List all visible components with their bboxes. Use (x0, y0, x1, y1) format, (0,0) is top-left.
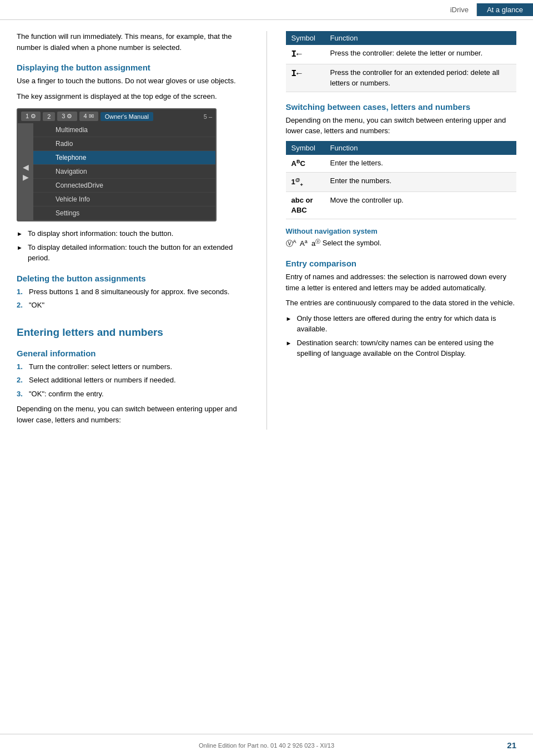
screen-wrapper: ◀ ▶ Multimedia Radio Telephone Navigatio… (18, 123, 215, 220)
screen-tab-manual: Owner's Manual (100, 112, 153, 121)
table2-row3-function: Move the controller up. (325, 191, 517, 219)
menu-item-navigation: Navigation (33, 165, 215, 179)
abc-symbol-abc: abc or ABC (291, 196, 313, 214)
screen-tab-num: 5 – (204, 113, 212, 120)
table2-row2-symbol: 1@+ (286, 173, 325, 192)
delete-step2: 2. "OK" (17, 300, 248, 311)
screen-tab4: 4 ✉ (79, 112, 98, 121)
entry-bullet1: ► Only those letters are offered during … (286, 313, 517, 335)
header-ataglance-label: At a glance (477, 3, 533, 16)
delete-symbol-2: I← (291, 69, 302, 79)
entry-bullet-arrow2-icon: ► (286, 339, 294, 359)
bullet-short-info: ► To display short information: touch th… (17, 228, 248, 239)
menu-item-radio: Radio (33, 137, 215, 151)
gen-step2: 2. Select additional letters or numbers … (17, 375, 248, 386)
screen-side-arrows: ◀ ▶ (18, 123, 33, 220)
entry-bullet-arrow1-icon: ► (286, 314, 294, 335)
section-displaying-p1: Use a finger to touch the buttons. Do no… (17, 75, 248, 87)
delete-step2-text: "OK" (29, 300, 44, 311)
section-general-heading: General information (17, 349, 248, 358)
table-row: abc or ABC Move the controller up. (286, 191, 517, 219)
table1-col1-header: Symbol (286, 31, 325, 45)
bullet-arrow-icon: ► (17, 229, 24, 239)
gen-step3: 3. "OK": confirm the entry. (17, 389, 248, 400)
arrow-up-icon: ◀ (23, 163, 29, 171)
delete-step1-text: Press buttons 1 and 8 simultaneously for… (29, 286, 229, 298)
section-displaying-heading: Displaying the button assignment (17, 63, 248, 72)
gen-step1: 1. Turn the controller: select letters o… (17, 361, 248, 372)
table2-row3-symbol: abc or ABC (286, 191, 325, 219)
table2-col2-header: Function (325, 141, 517, 155)
gen-para: Depending on the menu, you can switch be… (17, 404, 248, 425)
table1-row2-symbol: I← (286, 64, 325, 92)
abc-symbol-letters: ABC (291, 159, 305, 168)
table-row: I← Press the controller for an extended … (286, 64, 517, 92)
screen-menu: Multimedia Radio Telephone Navigation Co… (33, 123, 215, 220)
delete-steps: 1. Press buttons 1 and 8 simultaneously … (17, 286, 248, 311)
page-number: 21 (507, 740, 516, 750)
screen-tab2: 2 (43, 112, 55, 121)
table1-row1-function: Press the controller: delete the letter … (325, 45, 517, 64)
symbol-table-2: Symbol Function ABC Enter the letters. 1… (286, 141, 517, 219)
gen-step1-text: Turn the controller: select letters or n… (29, 361, 172, 372)
gen-step3-text: "OK": confirm the entry. (29, 389, 104, 400)
screen-tab1: 1 ⚙ (21, 112, 41, 121)
menu-item-vehicleinfo: Vehicle Info (33, 193, 215, 206)
entry-comparison-p2: The entries are continuously compared to… (286, 298, 517, 309)
bullet-detailed-info-text: To display detailed information: touch t… (28, 242, 248, 264)
section-without-nav-para: ⓋA Aa aⓋ Select the symbol. (286, 238, 517, 249)
section-entry-comparison-heading: Entry comparison (286, 259, 517, 268)
table-row: ABC Enter the letters. (286, 155, 517, 173)
menu-item-settings: Settings (33, 206, 215, 220)
menu-item-telephone: Telephone (33, 151, 215, 165)
table2-row2-function: Enter the numbers. (325, 173, 517, 192)
table2-col1-header: Symbol (286, 141, 325, 155)
footer-text: Online Edition for Part no. 01 40 2 926 … (199, 742, 334, 749)
table1-row2-function: Press the controller for an extended per… (325, 64, 517, 92)
abc-symbol-numbers: 1@+ (291, 178, 303, 186)
section-switching-heading: Switching between cases, letters and num… (286, 102, 517, 112)
delete-step1: 1. Press buttons 1 and 8 simultaneously … (17, 286, 248, 298)
general-steps: 1. Turn the controller: select letters o… (17, 361, 248, 400)
menu-item-connecteddrive: ConnectedDrive (33, 179, 215, 193)
section-entering-heading: Entering letters and numbers (17, 326, 248, 339)
bullet-detailed-info: ► To display detailed information: touch… (17, 242, 248, 264)
symbol-table-1: Symbol Function I← Press the controller:… (286, 31, 517, 92)
right-column: Symbol Function I← Press the controller:… (286, 31, 517, 430)
bullet-short-info-text: To display short information: touch the … (28, 228, 173, 239)
column-divider (266, 31, 267, 430)
entry-bullet2-text: Destination search: town/city names can … (297, 337, 517, 359)
arrow-down-icon: ▶ (23, 173, 29, 181)
delete-symbol-1: I← (291, 49, 302, 59)
table1-col2-header: Function (325, 31, 517, 45)
table-row: I← Press the controller: delete the lett… (286, 45, 517, 64)
table2-row1-symbol: ABC (286, 155, 325, 173)
nav-select-text: Select the symbol. (323, 239, 381, 248)
table2-row1-function: Enter the letters. (325, 155, 517, 173)
entry-bullet1-text: Only those letters are offered during th… (297, 313, 517, 335)
page-footer: Online Edition for Part no. 01 40 2 926 … (0, 734, 533, 756)
entry-comparison-p1: Entry of names and addresses: the select… (286, 271, 517, 293)
screen-tab3: 3 ⚙ (57, 112, 77, 121)
section-displaying-p2: The key assignment is displayed at the t… (17, 91, 248, 102)
gen-step2-text: Select additional letters or numbers if … (29, 375, 176, 386)
entry-bullet2: ► Destination search: town/city names ca… (286, 337, 517, 359)
bullet-arrow-icon2: ► (17, 243, 24, 264)
table1-row1-symbol: I← (286, 45, 325, 64)
section-switching-para: Depending on the menu, you can switch be… (286, 115, 517, 137)
table-row: 1@+ Enter the numbers. (286, 173, 517, 192)
section-without-nav-heading: Without navigation system (286, 227, 517, 235)
section-deleting-heading: Deleting the button assignments (17, 274, 248, 283)
nav-symbol-text: ⓋA Aa aⓋ (286, 239, 321, 248)
header-idrive-label: iDrive (443, 3, 477, 16)
screen-mockup: 1 ⚙ 2 3 ⚙ 4 ✉ Owner's Manual 5 – ◀ ▶ Mul… (17, 108, 217, 221)
left-column: The function will run immediately. This … (17, 31, 248, 430)
menu-item-multimedia: Multimedia (33, 123, 215, 137)
screen-top-bar: 1 ⚙ 2 3 ⚙ 4 ✉ Owner's Manual 5 – (18, 109, 215, 123)
main-content: The function will run immediately. This … (0, 20, 533, 441)
intro-paragraph: The function will run immediately. This … (17, 31, 248, 53)
page-header: iDrive At a glance (0, 0, 533, 20)
